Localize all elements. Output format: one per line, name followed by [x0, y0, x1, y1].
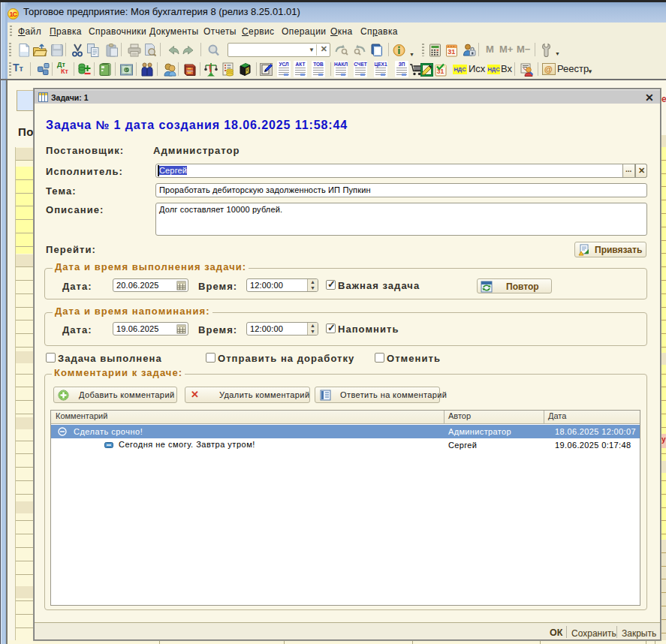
svg-text:31: 31 [448, 48, 455, 56]
svg-text:S: S [125, 68, 129, 73]
